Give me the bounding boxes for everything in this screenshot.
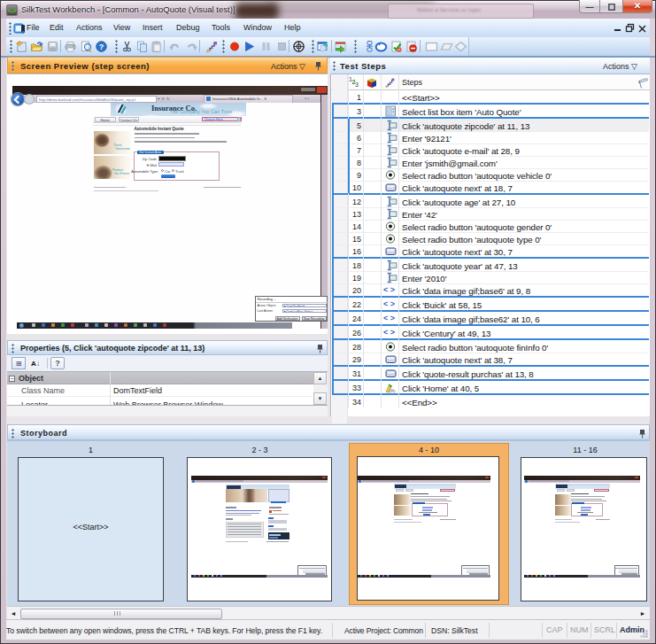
svg-text:?: ? bbox=[98, 43, 104, 51]
